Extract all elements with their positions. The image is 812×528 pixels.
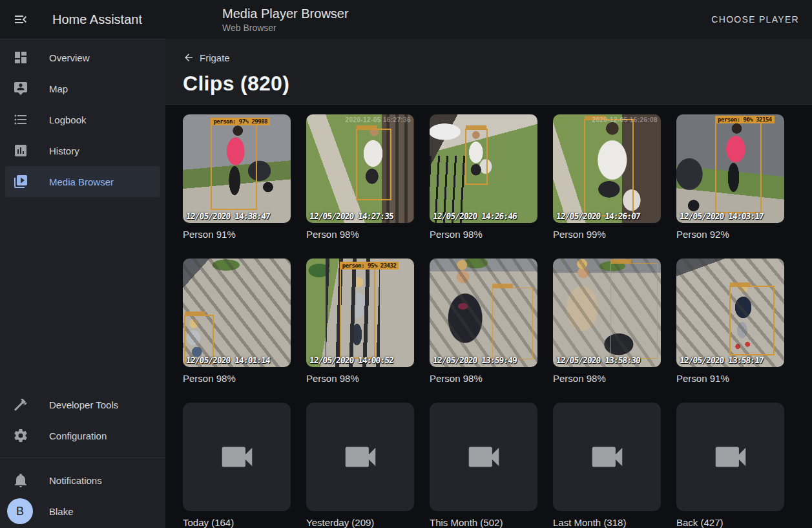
detection-box (356, 129, 391, 200)
sidebar-item-label: Developer Tools (49, 399, 118, 410)
sidebar-item-map[interactable]: Map (5, 73, 160, 104)
clip-timestamp-overlay: 12/05/2020 14:26:46 (432, 211, 517, 221)
sidebar-item-label: Logbook (49, 114, 87, 125)
sidebar-item-label: Overview (49, 52, 90, 63)
user-avatar: B (7, 498, 33, 524)
clip-timestamp-overlay: 12/05/2020 14:01:14 (185, 355, 270, 365)
detection-label: person: 96% 32154 (715, 116, 775, 123)
clip-timestamp-overlay: 12/05/2020 14:26:07 (556, 211, 640, 221)
panel-title: Media Player Browser (222, 6, 349, 21)
video-icon (217, 437, 257, 477)
menu-open-icon (13, 12, 28, 27)
page-title: Clips (820) (183, 72, 795, 96)
clip-thumbnail: 12/05/2020 13:58:17 (676, 259, 784, 367)
menu-open-icon[interactable] (13, 12, 28, 27)
choose-player-button[interactable]: CHOOSE PLAYER (711, 14, 799, 25)
bell-icon (13, 472, 28, 488)
clip-thumbnail: 12/05/2020 13:58:30 (553, 259, 661, 367)
folder-thumbnail (430, 403, 537, 511)
sidebar-item-label: History (49, 145, 79, 156)
clip-caption: Person 98% (430, 228, 537, 241)
clip-thumbnail: person: 96% 3215412/05/2020 14:03:17 (676, 114, 784, 223)
clip-item[interactable]: person: 95% 2343212/05/2020 14:00:52Pers… (306, 259, 414, 385)
clip-caption: Person 91% (183, 228, 291, 241)
clip-thumbnail: 12/05/2020 14:26:46 (430, 114, 537, 223)
folder-item[interactable]: Today (164) (183, 403, 291, 528)
sidebar-item-configuration[interactable]: Configuration (5, 420, 160, 451)
sidebar: OverviewMapLogbookHistoryMedia Browser D… (0, 39, 165, 528)
folder-thumbnail (183, 403, 291, 511)
detection-box (610, 263, 658, 359)
video-icon (711, 437, 751, 477)
clip-caption: Person 92% (676, 228, 784, 241)
clip-caption: Person 98% (306, 372, 414, 385)
app-window: Home Assistant Media Player Browser Web … (0, 0, 812, 528)
folder-caption: Last Month (318) (553, 516, 661, 528)
sidebar-item-media-browser[interactable]: Media Browser (5, 166, 160, 197)
video-icon (587, 437, 627, 477)
breadcrumb-label: Frigate (200, 52, 230, 63)
sidebar-main-group: OverviewMapLogbookHistoryMedia Browser (0, 42, 165, 197)
folder-item[interactable]: Back (427) (676, 403, 784, 528)
clip-item[interactable]: 12/05/2020 14:01:14Person 98% (183, 259, 291, 385)
clip-item[interactable]: 12/05/2020 13:58:17Person 91% (676, 259, 784, 385)
clip-thumbnail: 2020-12-05 16:27:3612/05/2020 14:27:35 (306, 114, 414, 223)
clip-timestamp-overlay: 12/05/2020 14:27:35 (309, 211, 393, 221)
detection-box: person: 97% 29988 (211, 124, 257, 210)
clip-item[interactable]: 12/05/2020 13:58:30Person 98% (553, 259, 661, 385)
media-browser-panel: Frigate Clips (820) person: 97% 2998812/… (165, 39, 812, 528)
clip-timestamp-overlay: 12/05/2020 13:58:17 (679, 355, 764, 365)
clip-timestamp-overlay: 12/05/2020 14:03:17 (679, 211, 764, 221)
folder-thumbnail (676, 403, 784, 511)
folder-item[interactable]: Last Month (318) (553, 403, 661, 528)
clip-caption: Person 98% (430, 372, 537, 385)
video-icon (340, 437, 380, 477)
sidebar-item-profile[interactable]: B Blake (5, 496, 160, 527)
detection-box: person: 96% 32154 (715, 122, 762, 213)
play-box-multiple-icon (13, 174, 28, 189)
format-list-icon (13, 112, 28, 127)
breadcrumb-back[interactable]: Frigate (183, 52, 230, 63)
sidebar-item-developer-tools[interactable]: Developer Tools (5, 389, 160, 420)
folder-caption: Today (164) (183, 516, 291, 528)
clip-timestamp-overlay: 12/05/2020 13:58:30 (556, 355, 640, 365)
clip-item[interactable]: 12/05/2020 13:59:49Person 98% (430, 259, 537, 385)
clip-item[interactable]: person: 97% 2998812/05/2020 14:38:47Pers… (183, 114, 291, 241)
sidebar-item-notifications[interactable]: Notifications (5, 465, 160, 496)
folder-thumbnail (553, 403, 661, 511)
clip-item[interactable]: person: 96% 3215412/05/2020 14:03:17Pers… (676, 114, 784, 241)
sidebar-spacer (0, 197, 165, 389)
panel-header: Media Player Browser Web Browser (222, 6, 349, 33)
sidebar-secondary-group: Developer ToolsConfiguration (0, 389, 165, 451)
clip-caption: Person 98% (553, 372, 661, 385)
detection-box: person: 95% 23432 (340, 268, 375, 358)
clip-thumbnail: 12/05/2020 13:59:49 (430, 259, 537, 367)
sidebar-item-logbook[interactable]: Logbook (5, 104, 160, 135)
clip-caption: Person 99% (553, 228, 661, 241)
detection-label: person: 97% 29988 (211, 118, 270, 125)
clip-item[interactable]: 2020-12-05 16:27:3612/05/2020 14:27:35Pe… (306, 114, 414, 241)
clip-caption: Person 98% (183, 372, 291, 385)
view-dashboard-icon (13, 50, 28, 65)
folder-caption: This Month (502) (430, 516, 537, 528)
folder-caption: Back (427) (676, 516, 784, 528)
clip-thumbnail: person: 97% 2998812/05/2020 14:38:47 (183, 114, 291, 223)
user-name: Blake (49, 506, 74, 517)
media-grid: person: 97% 2998812/05/2020 14:38:47Pers… (165, 105, 812, 528)
clip-thumbnail: 2020-12-05 16:26:0812/05/2020 14:26:07 (553, 114, 661, 223)
clip-timestamp-overlay: 12/05/2020 14:00:52 (309, 355, 393, 365)
tooltip-account-icon (13, 81, 28, 96)
clip-item[interactable]: 2020-12-05 16:26:0812/05/2020 14:26:07Pe… (553, 114, 661, 241)
sidebar-item-history[interactable]: History (5, 135, 160, 166)
folder-item[interactable]: This Month (502) (430, 403, 537, 528)
clip-thumbnail: person: 95% 2343212/05/2020 14:00:52 (306, 259, 414, 367)
hammer-icon (13, 397, 28, 412)
sidebar-item-overview[interactable]: Overview (5, 42, 160, 73)
panel-subtitle: Web Browser (222, 23, 349, 33)
arrow-left-icon (183, 52, 194, 63)
clip-item[interactable]: 12/05/2020 14:26:46Person 98% (430, 114, 537, 241)
folder-item[interactable]: Yesterday (209) (306, 403, 414, 528)
folder-thumbnail (306, 403, 414, 511)
sidebar-item-label: Media Browser (49, 176, 114, 187)
app-title: Home Assistant (52, 12, 142, 27)
